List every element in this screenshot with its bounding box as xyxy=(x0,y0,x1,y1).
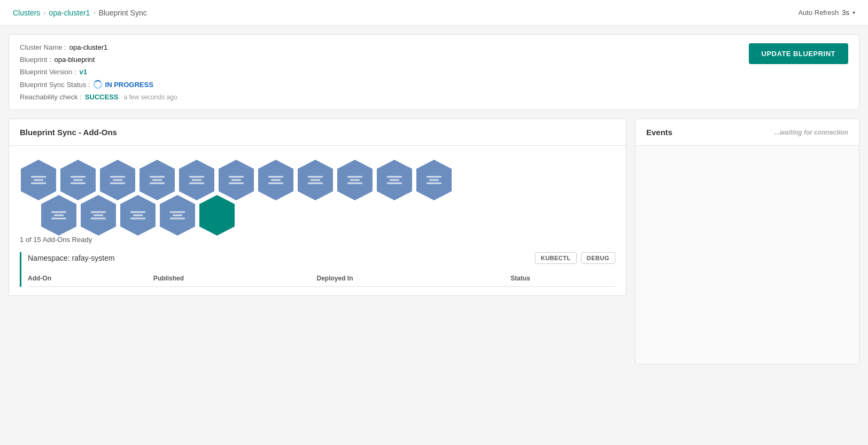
cluster-name-label: Cluster Name : xyxy=(20,43,66,51)
hex-teal-ready xyxy=(198,194,236,237)
blueprint-label: Blueprint : xyxy=(20,56,51,64)
auto-refresh: Auto Refresh 3s ▾ xyxy=(798,9,855,17)
reachability-time: a few seconds ago xyxy=(123,93,177,101)
sync-status-row: Blueprint Sync Status : IN PROGRESS xyxy=(20,80,177,89)
events-panel-header: Events ...waiting for connection xyxy=(636,119,859,146)
waiting-text: ...waiting for connection xyxy=(774,129,848,136)
events-panel-title: Events xyxy=(646,128,672,137)
cluster-name-row: Cluster Name : opa-cluster1 xyxy=(20,43,177,51)
namespace-title: Namespace: rafay-system xyxy=(28,254,115,262)
hex-15 xyxy=(159,194,196,237)
reachability-row: Reachability check : SUCCESS a few secon… xyxy=(20,93,177,101)
sync-status-label: Blueprint Sync Status : xyxy=(20,81,90,89)
hex-grid xyxy=(20,159,615,227)
addons-column: Blueprint Sync - Add-Ons xyxy=(9,119,626,364)
breadcrumb: Clusters › opa-cluster1 › Blueprint Sync xyxy=(13,9,147,17)
info-card: Cluster Name : opa-cluster1 Blueprint : … xyxy=(9,34,859,110)
breadcrumb-sep-2: › xyxy=(93,9,95,17)
breadcrumb-clusters[interactable]: Clusters xyxy=(13,9,40,17)
col-deployed-in: Deployed In xyxy=(317,270,511,287)
update-blueprint-button[interactable]: UPDATE BLUEPRINT xyxy=(749,43,848,64)
addons-ready-text: 1 of 15 Add-Ons Ready xyxy=(20,236,615,244)
hex-8 xyxy=(297,159,334,201)
reachability-value: SUCCESS xyxy=(85,93,119,101)
hex-9 xyxy=(336,159,374,201)
info-fields: Cluster Name : opa-cluster1 Blueprint : … xyxy=(20,43,177,101)
addons-panel-header: Blueprint Sync - Add-Ons xyxy=(9,119,626,146)
auto-refresh-label: Auto Refresh xyxy=(798,9,839,17)
blueprint-version-label: Blueprint Version : xyxy=(20,68,76,76)
sync-status-value: IN PROGRESS xyxy=(94,80,153,89)
debug-button[interactable]: DEBUG xyxy=(581,252,615,264)
auto-refresh-value[interactable]: 3s xyxy=(842,9,849,17)
chevron-down-icon[interactable]: ▾ xyxy=(852,10,855,15)
blueprint-value: opa-blueprint xyxy=(55,56,95,64)
events-panel: Events ...waiting for connection xyxy=(635,119,859,364)
addon-table: Add-On Published Deployed In Status xyxy=(28,270,615,287)
events-column: Events ...waiting for connection xyxy=(635,119,859,364)
spinner-icon xyxy=(94,80,102,89)
col-status: Status xyxy=(510,270,615,287)
addons-panel: Blueprint Sync - Add-Ons xyxy=(9,119,626,296)
kubectl-button[interactable]: KUBECTL xyxy=(535,252,577,264)
hex-12 xyxy=(40,194,78,237)
cluster-name-value: opa-cluster1 xyxy=(69,43,108,51)
events-panel-body xyxy=(636,146,859,363)
main-content: Cluster Name : opa-cluster1 Blueprint : … xyxy=(0,26,868,373)
namespace-section: Namespace: rafay-system KUBECTL DEBUG Ad… xyxy=(20,252,615,287)
hex-11 xyxy=(415,159,453,201)
col-published: Published xyxy=(153,270,317,287)
blueprint-version-row: Blueprint Version : v1 xyxy=(20,68,177,76)
col-addon: Add-On xyxy=(28,270,153,287)
svg-marker-15 xyxy=(199,195,235,236)
addons-panel-body: 1 of 15 Add-Ons Ready Namespace: rafay-s… xyxy=(9,146,626,295)
two-column-layout: Blueprint Sync - Add-Ons xyxy=(9,119,859,364)
namespace-header: Namespace: rafay-system KUBECTL DEBUG xyxy=(28,252,615,264)
addons-panel-title: Blueprint Sync - Add-Ons xyxy=(20,128,117,137)
hex-14 xyxy=(119,194,157,237)
breadcrumb-current: Blueprint Sync xyxy=(98,9,146,17)
blueprint-version-value: v1 xyxy=(80,68,87,76)
top-bar: Clusters › opa-cluster1 › Blueprint Sync… xyxy=(0,0,868,26)
breadcrumb-cluster[interactable]: opa-cluster1 xyxy=(49,9,90,17)
blueprint-row: Blueprint : opa-blueprint xyxy=(20,56,177,64)
namespace-actions: KUBECTL DEBUG xyxy=(535,252,615,264)
hex-13 xyxy=(80,194,117,237)
hex-10 xyxy=(376,159,413,201)
reachability-label: Reachability check : xyxy=(20,93,82,101)
hex-row-2 xyxy=(40,194,236,237)
table-header-row: Add-On Published Deployed In Status xyxy=(28,270,615,287)
breadcrumb-sep-1: › xyxy=(43,9,45,17)
hex-7 xyxy=(257,159,294,201)
